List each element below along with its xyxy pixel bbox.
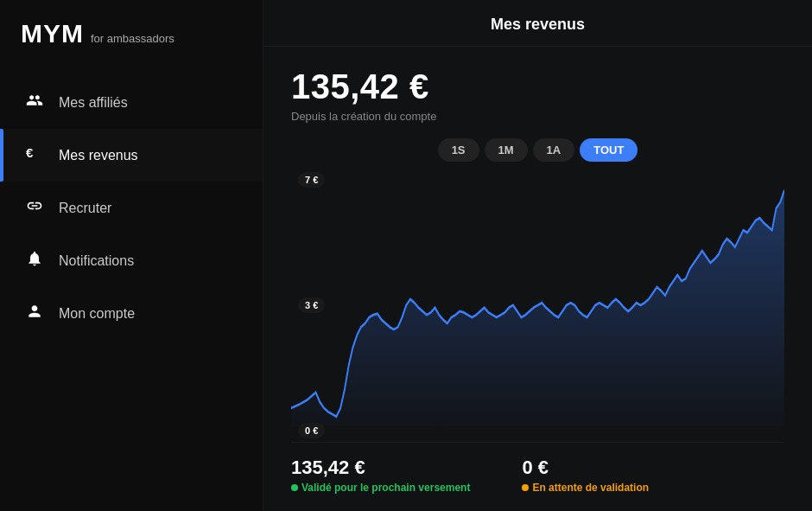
time-filters: 1S1M1ATOUT [291, 138, 784, 162]
stat-validated-dot [291, 484, 298, 491]
notifications-icon [24, 250, 45, 271]
sidebar-nav: Mes affiliés€Mes revenusRecruterNotifica… [0, 76, 263, 340]
affilies-icon [24, 92, 45, 113]
logo-subtitle: for ambassadors [91, 32, 174, 45]
chart-label-bot: 0 € [298, 423, 325, 438]
filter-btn-1s[interactable]: 1S [438, 138, 479, 162]
sidebar-label-recruter: Recruter [59, 201, 111, 216]
compte-icon [24, 303, 45, 324]
sidebar: MYM for ambassadors Mes affiliés€Mes rev… [0, 0, 263, 511]
sidebar-label-revenus: Mes revenus [59, 148, 138, 163]
stat-validated: 135,42 € Validé pour le prochain verseme… [291, 457, 470, 494]
footer-stats: 135,42 € Validé pour le prochain verseme… [291, 442, 784, 494]
main-header: Mes revenus [263, 0, 812, 47]
sidebar-label-affilies: Mes affiliés [59, 95, 128, 111]
sidebar-item-revenus[interactable]: €Mes revenus [0, 129, 263, 182]
recruter-icon [24, 197, 45, 219]
stat-validated-value: 135,42 € [291, 457, 470, 479]
sidebar-label-notifications: Notifications [59, 253, 134, 269]
sidebar-item-affilies[interactable]: Mes affiliés [0, 76, 263, 129]
filter-btn-1a[interactable]: 1A [533, 138, 575, 162]
revenue-chart [291, 172, 784, 438]
chart-container: 7 € 3 € 0 € [291, 172, 784, 438]
stat-pending-label: En attente de validation [522, 482, 649, 494]
revenus-icon: € [24, 144, 45, 166]
main-content: Mes revenus 135,42 € Depuis la création … [263, 0, 812, 511]
logo-brand: MYM [21, 19, 84, 48]
sidebar-item-notifications[interactable]: Notifications [0, 234, 263, 287]
main-body: 135,42 € Depuis la création du compte 1S… [263, 47, 812, 511]
stat-pending-dot [522, 484, 529, 491]
chart-label-top: 7 € [298, 172, 325, 188]
chart-label-mid: 3 € [298, 297, 325, 313]
total-label: Depuis la création du compte [291, 110, 784, 123]
sidebar-item-recruter[interactable]: Recruter [0, 182, 263, 234]
page-title: Mes revenus [263, 16, 812, 34]
svg-text:€: € [26, 145, 34, 160]
logo: MYM for ambassadors [0, 0, 263, 69]
filter-btn-1m[interactable]: 1M [485, 138, 528, 162]
sidebar-label-compte: Mon compte [59, 306, 135, 322]
sidebar-item-compte[interactable]: Mon compte [0, 287, 263, 340]
stat-validated-label: Validé pour le prochain versement [291, 482, 470, 494]
stat-pending-value: 0 € [522, 457, 649, 479]
filter-btn-tout[interactable]: TOUT [580, 138, 638, 162]
total-amount: 135,42 € [291, 67, 784, 106]
stat-pending: 0 € En attente de validation [522, 457, 649, 494]
